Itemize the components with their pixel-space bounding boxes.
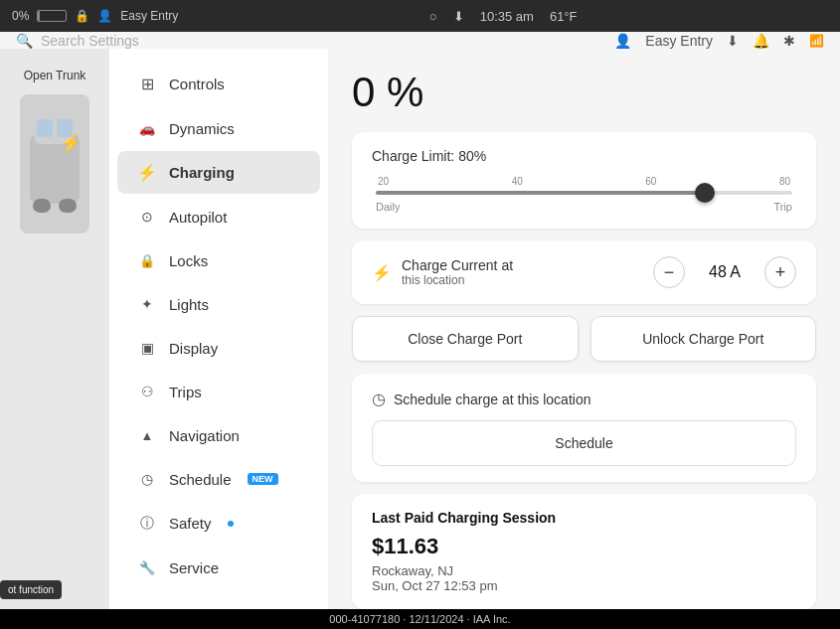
sidebar-item-schedule[interactable]: Schedule NEW [117, 458, 320, 500]
search-icon [16, 33, 33, 49]
not-function-badge: ot function [0, 580, 62, 599]
daily-label: Daily [376, 201, 400, 213]
schedule-location-label: Schedule charge at this location [394, 392, 590, 407]
session-date: Sun, Oct 27 12:53 pm [372, 578, 796, 593]
charge-percent-display: 0 % [352, 69, 816, 116]
slider-thumb[interactable] [695, 183, 715, 203]
sidebar-item-display[interactable]: Display [117, 327, 320, 369]
last-session-card: Last Paid Charging Session $11.63 Rockaw… [352, 494, 816, 609]
locks-icon [137, 251, 157, 269]
search-bar-icons: 👤 Easy Entry ⬇ 🔔 ✱ 📶 [614, 33, 824, 49]
decrement-button[interactable]: − [653, 256, 685, 288]
sidebar-lights-label: Lights [169, 296, 209, 313]
footer: 000-41077180 · 12/11/2024 · IAA Inc. [0, 609, 840, 629]
battery-bar [37, 10, 67, 22]
sidebar-navigation-label: Navigation [169, 427, 240, 444]
charge-limit-label: Charge Limit: 80% [372, 148, 796, 164]
sidebar-item-lights[interactable]: Lights [117, 283, 320, 325]
slider-track[interactable] [376, 191, 792, 195]
unlock-charge-port-button[interactable]: Unlock Charge Port [590, 316, 817, 362]
display-icon [137, 339, 157, 357]
sidebar-item-navigation[interactable]: Navigation [117, 414, 320, 456]
sidebar-item-safety[interactable]: Safety [117, 502, 320, 545]
search-bar: Search Settings 👤 Easy Entry ⬇ 🔔 ✱ 📶 [0, 32, 840, 49]
svg-rect-4 [37, 119, 53, 137]
bluetooth-icon: ✱ [783, 33, 795, 49]
plug-icon [372, 263, 392, 282]
tick-80: 80 [779, 176, 790, 187]
tick-20: 20 [378, 176, 389, 187]
time-display: 10:35 am [480, 9, 534, 24]
search-left[interactable]: Search Settings [16, 33, 139, 49]
svg-rect-3 [59, 199, 77, 213]
car-svg [25, 104, 84, 224]
session-title: Last Paid Charging Session [372, 510, 796, 526]
sidebar-item-service[interactable]: Service [117, 547, 320, 588]
profile-icon-top: 👤 [614, 33, 631, 49]
circle-icon: ○ [429, 9, 437, 24]
session-amount: $11.63 [372, 534, 796, 559]
safety-icon [137, 514, 157, 533]
session-location: Rockaway, NJ [372, 563, 796, 578]
controls-icon [137, 75, 157, 93]
content-row: Open Trunk ⚡ ot function Controls [0, 49, 840, 629]
sidebar-item-controls[interactable]: Controls [117, 63, 320, 105]
service-icon [137, 558, 157, 576]
sidebar-item-charging[interactable]: Charging [117, 151, 320, 194]
easy-entry-label-top: Easy Entry [645, 33, 713, 49]
sidebar-dynamics-label: Dynamics [169, 120, 235, 137]
sidebar-item-autopilot[interactable]: Autopilot [117, 196, 320, 237]
charge-current-stepper: − 48 A + [653, 256, 796, 288]
easy-entry-label-status: Easy Entry [120, 9, 178, 23]
dynamics-icon [137, 119, 157, 137]
main-area: Search Settings 👤 Easy Entry ⬇ 🔔 ✱ 📶 Ope… [0, 32, 840, 629]
svg-rect-2 [33, 199, 51, 213]
slider-ticks: 20 40 60 80 [376, 176, 792, 187]
navigation-icon [137, 426, 157, 444]
tick-40: 40 [512, 176, 523, 187]
charging-icon [137, 163, 157, 182]
schedule-label: Schedule charge at this location [372, 390, 796, 408]
charge-current-row: Charge Current at this location − 48 A + [372, 256, 796, 288]
charge-current-card: Charge Current at this location − 48 A + [352, 240, 816, 304]
sidebar-display-label: Display [169, 340, 218, 357]
charge-limit-card: Charge Limit: 80% 20 40 60 80 Daily Tr [352, 132, 816, 229]
open-trunk-label[interactable]: Open Trunk [24, 69, 86, 82]
charge-current-label: Charge Current at this location [372, 257, 513, 287]
schedule-button[interactable]: Schedule [372, 420, 796, 466]
lights-icon [137, 295, 157, 313]
charge-slider-container[interactable]: 20 40 60 80 Daily Trip [372, 176, 796, 213]
sidebar-service-label: Service [169, 559, 219, 576]
sidebar-item-dynamics[interactable]: Dynamics [117, 107, 320, 149]
trip-label: Trip [773, 201, 792, 213]
sidebar-item-trips[interactable]: Trips [117, 371, 320, 412]
sidebar-controls-label: Controls [169, 76, 225, 92]
main-content: 0 % Charge Limit: 80% 20 40 60 80 [328, 49, 840, 629]
charging-lightning-icon: ⚡ [60, 132, 82, 154]
clock-icon [372, 390, 386, 408]
safety-dot [228, 521, 234, 527]
battery-percent: 0% [12, 9, 29, 23]
battery-fill [38, 11, 40, 21]
slider-fill [376, 191, 709, 195]
sidebar-charging-label: Charging [169, 164, 235, 181]
car-illustration: ⚡ [20, 94, 89, 234]
bell-icon: 🔔 [753, 33, 769, 49]
sidebar-locks-label: Locks [169, 252, 208, 269]
trips-icon [137, 383, 157, 400]
charge-current-text-block: Charge Current at this location [402, 257, 513, 287]
charge-current-main-label: Charge Current at [402, 257, 513, 273]
temperature-display: 61°F [550, 9, 578, 24]
tick-60: 60 [645, 176, 656, 187]
sidebar-schedule-label: Schedule [169, 471, 232, 488]
status-center: ○ ⬇ 10:35 am 61°F [429, 9, 578, 24]
increment-button[interactable]: + [764, 256, 796, 288]
sidebar-autopilot-label: Autopilot [169, 209, 227, 226]
sidebar: Controls Dynamics Charging Autopilot Loc… [109, 49, 328, 629]
sidebar-safety-label: Safety [169, 515, 212, 532]
charge-current-sub-label: this location [402, 273, 513, 287]
sidebar-item-locks[interactable]: Locks [117, 239, 320, 281]
close-charge-port-button[interactable]: Close Charge Port [352, 316, 579, 362]
action-buttons-row: Close Charge Port Unlock Charge Port [352, 316, 816, 362]
download-icon-top: ⬇ [727, 33, 739, 49]
